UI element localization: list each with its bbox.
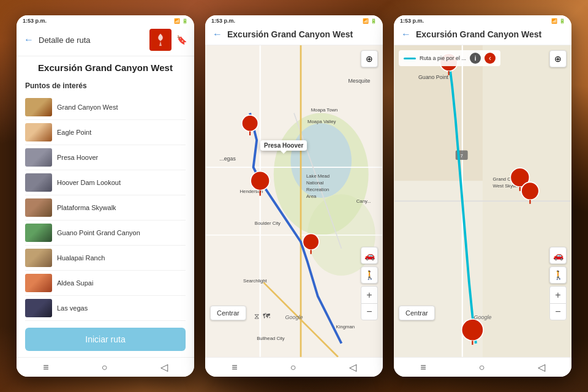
phone3-status-icons: 📶 🔋: [551, 18, 565, 24]
poi-item[interactable]: Plataforma Skywalk: [25, 195, 186, 221]
phone3-back-button[interactable]: ←: [401, 29, 411, 40]
start-route-button[interactable]: Iniciar ruta: [25, 328, 186, 351]
poi-thumb-gcw: [25, 98, 52, 116]
legend-text: Ruta a pie por el ...: [420, 55, 466, 61]
phone1-status-icons: 📶 🔋: [174, 18, 188, 24]
phone2-header-title: Excursión Grand Canyon West: [227, 29, 353, 40]
poi-item[interactable]: Grand Canyon West: [25, 95, 186, 120]
phone2-google-logo: Google: [285, 314, 303, 320]
maps-icon[interactable]: 🗺: [263, 312, 270, 320]
phone2-center-button[interactable]: Centrar: [210, 306, 246, 320]
svg-text:Moapa Valley: Moapa Valley: [307, 119, 336, 124]
back-icon[interactable]: ◁: [538, 361, 545, 373]
svg-text:Area: Area: [306, 194, 317, 199]
phone3: 1:53 p.m. 📶 🔋 ← Excursión Grand Canyon W…: [394, 15, 571, 377]
poi-thumb-hoover: [25, 148, 52, 167]
phone2-transport-controls: 🚗 🚶: [361, 247, 378, 284]
phone2-back-button[interactable]: ←: [213, 29, 222, 40]
menu-icon[interactable]: ≡: [232, 362, 237, 373]
svg-text:7: 7: [461, 153, 463, 159]
phone1-bookmark-icon[interactable]: 🔖: [176, 35, 187, 45]
svg-text:Bullhead City: Bullhead City: [257, 336, 285, 341]
info-button[interactable]: i: [470, 53, 481, 64]
car-mode-button[interactable]: 🚗: [549, 247, 567, 264]
phone3-google-logo: Google: [473, 314, 491, 320]
poi-thumb-eagle: [25, 123, 52, 141]
poi-item[interactable]: Aldea Supai: [25, 271, 186, 296]
walk-mode-button[interactable]: 🚶: [549, 266, 567, 284]
poi-item[interactable]: Guano Point Grand Canyon: [25, 221, 186, 246]
svg-text:Mesquite: Mesquite: [348, 78, 370, 84]
svg-text:Recreation: Recreation: [306, 187, 329, 192]
phone1-logo: [149, 29, 172, 51]
phone3-center-button[interactable]: Centrar: [399, 306, 435, 320]
svg-text:Searchlight: Searchlight: [243, 278, 268, 284]
phone1-header-title: Detalle de ruta: [39, 36, 145, 45]
phone3-map: 7 Guano Point Grand Canyon West Skywalk: [394, 45, 571, 357]
walk-mode-button[interactable]: 🚶: [361, 266, 378, 284]
phone3-route-legend: Ruta a pie por el ... i ‹: [399, 50, 500, 66]
svg-text:Guano Point: Guano Point: [418, 74, 449, 80]
svg-point-28: [303, 234, 319, 251]
poi-name: Las vegas: [57, 304, 88, 312]
poi-thumb-hualapai: [25, 249, 52, 267]
poi-thumb-skywalk: [25, 198, 52, 217]
legend-line: [404, 58, 416, 59]
phone2: 1:53 p.m. 📶 🔋 ← Excursión Grand Canyon W…: [205, 15, 383, 377]
poi-name: Guano Point Grand Canyon: [57, 229, 140, 236]
svg-point-26: [242, 115, 258, 132]
zoom-in-button[interactable]: +: [549, 286, 567, 303]
poi-item[interactable]: Eagle Point: [25, 120, 186, 145]
phone1: 1:53 p.m. 📶 🔋 ← Detalle de ruta 🔖 Excurs…: [17, 15, 194, 377]
poi-name: Hoover Dam Lookout: [57, 179, 121, 186]
phone2-zoom-controls: + −: [361, 286, 378, 320]
phone3-time: 1:53 p.m.: [400, 18, 424, 24]
phone1-footer: Iniciar ruta: [17, 328, 194, 357]
phone2-callout: Presa Hoover: [260, 140, 307, 151]
phone2-status-icons: 📶 🔋: [363, 18, 377, 24]
close-legend-button[interactable]: ‹: [484, 53, 496, 64]
poi-thumb-guano: [25, 224, 52, 242]
section-title: Puntos de interés: [25, 81, 186, 90]
back-icon[interactable]: ◁: [160, 361, 168, 373]
poi-item[interactable]: Las vegas: [25, 296, 186, 321]
phone1-time: 1:53 p.m.: [23, 18, 47, 24]
svg-point-44: [521, 183, 539, 200]
compass-icon[interactable]: ⧖: [254, 312, 259, 320]
svg-text:Lake Mead: Lake Mead: [306, 173, 330, 179]
svg-text:Moapa Town: Moapa Town: [311, 108, 338, 113]
poi-item[interactable]: Hualapai Ranch: [25, 246, 186, 271]
home-icon[interactable]: ○: [479, 362, 485, 373]
poi-name: Aldea Supai: [57, 279, 93, 287]
poi-name: Eagle Point: [57, 129, 91, 136]
menu-icon[interactable]: ≡: [43, 362, 48, 373]
phone3-status-bar: 1:53 p.m. 📶 🔋: [394, 15, 571, 25]
poi-item[interactable]: Presa Hoover: [25, 145, 186, 170]
phone1-status-bar: 1:53 p.m. 📶 🔋: [17, 15, 194, 25]
poi-thumb-vegas: [25, 299, 52, 317]
phone1-back-button[interactable]: ←: [24, 34, 34, 45]
locate-button[interactable]: ⊕: [549, 50, 567, 67]
svg-text:Boulder City: Boulder City: [255, 221, 281, 226]
back-icon[interactable]: ◁: [349, 361, 356, 373]
svg-text:...egas: ...egas: [219, 156, 236, 162]
zoom-in-button[interactable]: +: [361, 286, 378, 303]
poi-item[interactable]: Hoover Dam Lookout: [25, 170, 186, 195]
car-mode-button[interactable]: 🚗: [361, 247, 378, 264]
zoom-out-button[interactable]: −: [549, 303, 567, 320]
phone3-map-controls: ⊕: [549, 50, 567, 67]
home-icon[interactable]: ○: [290, 362, 296, 373]
zoom-out-button[interactable]: −: [361, 303, 378, 320]
svg-point-46: [462, 319, 483, 341]
locate-button[interactable]: ⊕: [361, 50, 378, 67]
logo-icon: [153, 32, 168, 47]
poi-list: Grand Canyon West Eagle Point Presa Hoov…: [25, 95, 186, 321]
home-icon[interactable]: ○: [102, 362, 108, 373]
poi-name: Hualapai Ranch: [57, 254, 105, 262]
menu-icon[interactable]: ≡: [420, 362, 426, 373]
poi-name: Presa Hoover: [57, 154, 98, 161]
phone1-header: ← Detalle de ruta 🔖: [17, 25, 194, 56]
phone1-content: Excursión Grand Canyon West Puntos de in…: [17, 56, 194, 328]
phone2-nav-icons: ⧖ 🗺: [254, 312, 270, 320]
phone3-header: ← Excursión Grand Canyon West: [394, 25, 571, 45]
